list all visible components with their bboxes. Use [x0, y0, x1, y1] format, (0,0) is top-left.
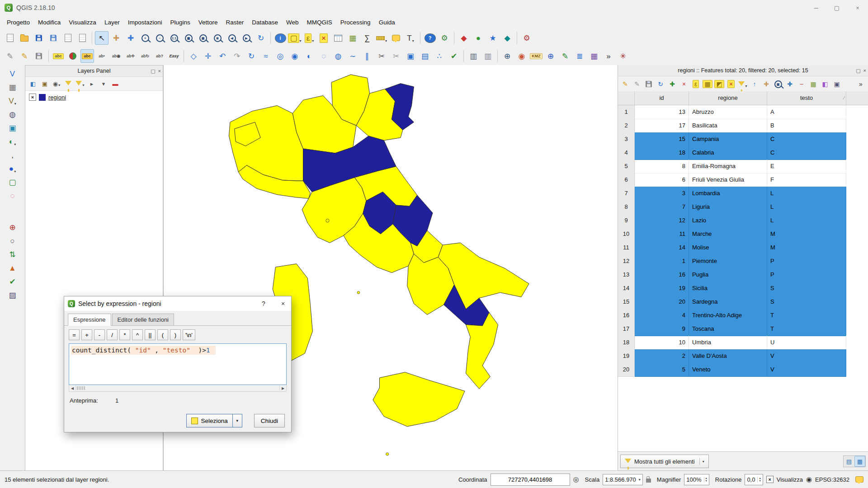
- cell-testo[interactable]: C: [767, 132, 846, 146]
- dropdown-arrow-icon[interactable]: ▾: [58, 83, 60, 89]
- table-row[interactable]: 66Friuli Venezia GiuliaF: [618, 173, 868, 187]
- table-row[interactable]: 205VenetoV: [618, 363, 868, 376]
- move-feature-icon[interactable]: ✛: [201, 49, 215, 63]
- toggle-editing-icon[interactable]: ✎: [18, 49, 31, 63]
- identify-features-icon[interactable]: i: [274, 31, 287, 45]
- add-group-icon[interactable]: ▣: [39, 78, 50, 89]
- close-dialog-button[interactable]: Chiudi: [254, 414, 285, 427]
- cell-regione[interactable]: Trentino-Alto Adige: [689, 309, 767, 323]
- column-header-testo[interactable]: testo∕: [767, 91, 846, 105]
- touch-zoom-icon[interactable]: ↖: [95, 31, 108, 45]
- add-oracle-layer-icon[interactable]: ◌: [6, 189, 19, 202]
- cell-id[interactable]: 19: [635, 282, 689, 296]
- cell-testo[interactable]: M: [767, 227, 846, 241]
- plugin-settings-icon[interactable]: ⚙: [520, 31, 533, 45]
- cell-id[interactable]: 16: [635, 268, 689, 282]
- undo-icon[interactable]: ↶: [216, 49, 229, 63]
- cell-testo[interactable]: L: [767, 214, 846, 228]
- cell-regione[interactable]: Piemonte: [689, 254, 767, 268]
- reload-table-icon[interactable]: ↻: [655, 78, 666, 90]
- scroll-right-icon[interactable]: ▶: [279, 385, 286, 391]
- label-pin-icon[interactable]: ab•: [95, 49, 108, 63]
- osgeo-tool-icon[interactable]: ✳: [616, 49, 630, 63]
- row-number[interactable]: 1: [618, 105, 635, 119]
- menu-raster[interactable]: Raster: [222, 17, 248, 28]
- add-vector-layer-icon[interactable]: V: [6, 67, 19, 80]
- raster-stretch-icon[interactable]: ▥: [467, 49, 480, 63]
- redo-icon[interactable]: ↷: [230, 49, 244, 63]
- operator-button[interactable]: ^: [132, 329, 143, 340]
- cell-regione[interactable]: Lazio: [689, 214, 767, 228]
- menu-processing[interactable]: Processing: [336, 17, 375, 28]
- new-shapefile-layer-icon[interactable]: V▾: [6, 94, 19, 108]
- heatmap-icon[interactable]: ◉: [515, 49, 528, 63]
- dock-attribute-icon[interactable]: ▣: [831, 78, 843, 90]
- scroll-left-icon[interactable]: ◀: [69, 385, 76, 391]
- expression-editor[interactable]: count_distinct( "id" , "testo" )>1: [69, 343, 287, 385]
- table-row[interactable]: 179ToscanaT: [618, 322, 868, 336]
- statistics-icon[interactable]: ∑: [360, 31, 374, 45]
- tab-espressione[interactable]: Espressione: [68, 314, 111, 326]
- add-wms-layer-icon[interactable]: ◐▾: [6, 135, 19, 148]
- label-properties-icon[interactable]: ab?: [153, 49, 166, 63]
- filter-legend-icon[interactable]: [63, 78, 74, 89]
- raster-histogram-icon[interactable]: ▥: [481, 49, 495, 63]
- measure-icon[interactable]: ▾: [375, 31, 388, 45]
- new-composer-icon[interactable]: [61, 31, 75, 45]
- table-row[interactable]: 418CalabriaC: [618, 146, 868, 160]
- new-geopackage-layer-icon[interactable]: ▢: [6, 175, 19, 189]
- dialog-help-button[interactable]: ?: [255, 296, 272, 311]
- cell-testo[interactable]: V: [767, 363, 846, 377]
- table-row[interactable]: 1316PugliaP: [618, 268, 868, 282]
- field-calculator-icon[interactable]: ▦: [346, 31, 359, 45]
- row-number[interactable]: 8: [618, 200, 635, 214]
- menu-modifica[interactable]: Modifica: [34, 17, 65, 28]
- cell-testo[interactable]: M: [767, 241, 846, 255]
- pan-map-icon[interactable]: ✚: [109, 31, 123, 45]
- menu-vettore[interactable]: Vettore: [194, 17, 222, 28]
- add-feature-icon[interactable]: ✚: [666, 78, 678, 90]
- epsg-label[interactable]: EPSG:32632: [815, 476, 849, 483]
- maximize-button[interactable]: ▢: [826, 0, 847, 15]
- plugin-star-icon[interactable]: ★: [486, 31, 500, 45]
- dropdown-arrow-icon[interactable]: ▾: [82, 83, 84, 89]
- cell-id[interactable]: 12: [635, 214, 689, 228]
- float-panel-icon[interactable]: ▢: [856, 68, 860, 74]
- spin-arrows-icon[interactable]: ▴▾: [757, 477, 760, 483]
- row-number[interactable]: 9: [618, 214, 635, 228]
- kmz-export-icon[interactable]: KMZ: [529, 49, 543, 63]
- save-layer-edits-icon[interactable]: [32, 49, 46, 63]
- cell-regione[interactable]: Valle D'Aosta: [689, 349, 767, 363]
- select-by-expression-icon[interactable]: ε: [690, 78, 702, 90]
- render-checkbox[interactable]: ×: [766, 476, 774, 483]
- tab-editor-delle-funzioni[interactable]: Editor delle funzioni: [112, 314, 174, 325]
- crs-icon[interactable]: ◉: [806, 475, 812, 483]
- close-panel-icon[interactable]: ×: [158, 68, 161, 74]
- show-all-features-button[interactable]: Mostra tutti gli elementi ▾: [620, 455, 709, 468]
- log-messages-icon[interactable]: [855, 476, 863, 483]
- row-number[interactable]: 7: [618, 187, 635, 201]
- row-number[interactable]: 5: [618, 160, 635, 174]
- zoom-to-layer-icon[interactable]: ≣: [211, 31, 224, 45]
- dropdown-arrow-icon[interactable]: ▾: [14, 102, 16, 107]
- select-all-icon[interactable]: ▦: [702, 78, 713, 90]
- delete-ring-icon[interactable]: ◌: [317, 49, 330, 63]
- add-raster-layer-icon[interactable]: ▦: [6, 80, 19, 94]
- map-region-sicilia[interactable]: [373, 372, 465, 427]
- add-part-icon[interactable]: ◉: [288, 49, 302, 63]
- cell-regione[interactable]: Friuli Venezia Giulia: [689, 173, 767, 187]
- dropdown-arrow-icon[interactable]: ▾: [14, 169, 16, 175]
- zoom-to-selection-icon[interactable]: ▣: [196, 31, 210, 45]
- save-project-as-icon[interactable]: [47, 31, 60, 45]
- label-rotate-icon[interactable]: ab↻: [138, 49, 152, 63]
- row-number[interactable]: 2: [618, 119, 635, 133]
- save-project-icon[interactable]: [32, 31, 46, 45]
- table-row[interactable]: 217BasilicataB: [618, 119, 868, 132]
- cell-testo[interactable]: S: [767, 295, 846, 309]
- cell-id[interactable]: 8: [635, 160, 689, 174]
- add-delimited-text-layer-icon[interactable]: ,: [6, 148, 19, 162]
- dialog-close-button[interactable]: ×: [275, 296, 291, 311]
- style-manager-icon[interactable]: ✎: [558, 49, 572, 63]
- cell-testo[interactable]: L: [767, 187, 846, 201]
- row-number[interactable]: 18: [618, 336, 635, 350]
